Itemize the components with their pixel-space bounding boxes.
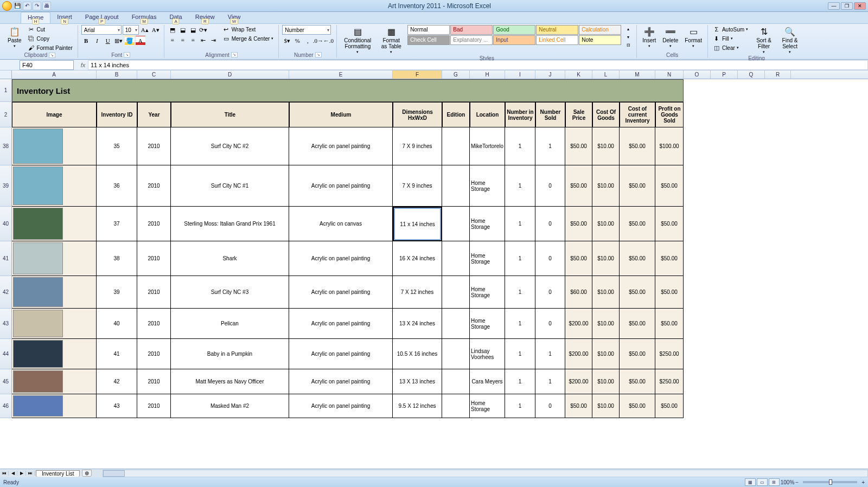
- cell[interactable]: Pelican: [171, 309, 289, 339]
- cell[interactable]: 36: [97, 165, 137, 207]
- col-header-cell[interactable]: Inventory ID: [97, 102, 137, 127]
- cell[interactable]: Acrylic on panel painting: [289, 339, 393, 369]
- col-header-cell[interactable]: Year: [137, 102, 171, 127]
- format-painter-button[interactable]: 🖌Format Painter: [26, 43, 74, 52]
- close-button[interactable]: ✕: [854, 2, 866, 10]
- cell[interactable]: Acrylic on panel painting: [289, 127, 393, 165]
- row-header[interactable]: 1: [0, 79, 12, 102]
- align-bottom-button[interactable]: ⬓: [188, 25, 198, 35]
- sheet-nav-prev[interactable]: ◀: [9, 471, 17, 476]
- cell[interactable]: [442, 394, 470, 418]
- font-color-button[interactable]: A: [136, 36, 145, 46]
- decrease-decimal-button[interactable]: ←.0: [323, 36, 333, 46]
- page-break-view-button[interactable]: ⊞: [769, 478, 780, 486]
- cell[interactable]: 11 x 14 inches: [393, 207, 442, 241]
- row-header[interactable]: 46: [0, 394, 12, 418]
- delete-cells-button[interactable]: ➖Delete▾: [660, 25, 680, 49]
- cell[interactable]: $10.00: [592, 207, 620, 241]
- cell[interactable]: Lindsay Voorhees: [470, 339, 505, 369]
- cell[interactable]: $50.00: [655, 309, 684, 339]
- undo-icon[interactable]: ↶: [23, 2, 31, 10]
- cell[interactable]: [12, 276, 97, 309]
- cell[interactable]: [12, 127, 97, 165]
- col-header-J[interactable]: J: [535, 71, 565, 79]
- col-header-cell[interactable]: Image: [12, 102, 97, 127]
- cell[interactable]: 42: [97, 369, 137, 394]
- col-header-cell[interactable]: Profit on Goods Sold: [655, 102, 684, 127]
- cell[interactable]: $10.00: [592, 276, 620, 309]
- cell[interactable]: 2010: [137, 339, 171, 369]
- col-header-O[interactable]: O: [684, 71, 711, 79]
- cell[interactable]: 40: [97, 309, 137, 339]
- cell[interactable]: $50.00: [655, 207, 684, 241]
- cell[interactable]: $50.00: [620, 127, 655, 165]
- tab-formulas[interactable]: FormulasM: [125, 12, 163, 23]
- cell[interactable]: Home Storage: [470, 276, 505, 309]
- border-button[interactable]: ⊞▾: [114, 36, 124, 46]
- cut-button[interactable]: ✂Cut: [26, 25, 74, 34]
- fx-icon[interactable]: fx: [78, 62, 88, 68]
- zoom-out-button[interactable]: −: [795, 479, 799, 485]
- cell[interactable]: $10.00: [592, 241, 620, 276]
- increase-decimal-button[interactable]: .0→: [313, 36, 323, 46]
- font-size-combo[interactable]: 10: [123, 25, 139, 35]
- cell[interactable]: $50.00: [565, 207, 592, 241]
- cell[interactable]: $50.00: [565, 241, 592, 276]
- spreadsheet-grid[interactable]: ABCDEFGHIJKLMNOPQR 1Inventory List2Image…: [0, 71, 868, 469]
- tab-review[interactable]: ReviewR: [189, 12, 221, 23]
- cell[interactable]: [442, 339, 470, 369]
- col-header-M[interactable]: M: [620, 71, 655, 79]
- cell[interactable]: 1: [505, 207, 535, 241]
- autosum-button[interactable]: ΣAutoSum▾: [711, 25, 750, 34]
- cell[interactable]: 13 X 13 inches: [393, 369, 442, 394]
- cell[interactable]: $250.00: [655, 339, 684, 369]
- cell[interactable]: [442, 369, 470, 394]
- tab-page-layout[interactable]: Page LayoutP: [79, 12, 125, 23]
- alignment-launcher[interactable]: ↘: [231, 52, 238, 57]
- cell[interactable]: Cara Meyers: [470, 369, 505, 394]
- cell[interactable]: Shark: [171, 241, 289, 276]
- format-cells-button[interactable]: ▭Format▾: [682, 25, 704, 49]
- formula-input[interactable]: 11 x 14 inches: [88, 60, 868, 70]
- cell[interactable]: Acrylic on panel painting: [289, 165, 393, 207]
- cell[interactable]: [442, 127, 470, 165]
- cell[interactable]: $10.00: [592, 127, 620, 165]
- cell[interactable]: $50.00: [655, 394, 684, 418]
- align-top-button[interactable]: ⬒: [168, 25, 177, 35]
- cell[interactable]: 43: [97, 394, 137, 418]
- zoom-thumb[interactable]: [829, 479, 832, 485]
- cell[interactable]: 0: [535, 165, 565, 207]
- format-as-table-button[interactable]: ▦Format as Table▾: [377, 25, 405, 55]
- cell[interactable]: 0: [535, 309, 565, 339]
- cell[interactable]: Acrylic on canvas: [289, 207, 393, 241]
- new-sheet-button[interactable]: ⊕: [82, 470, 92, 477]
- col-header-N[interactable]: N: [655, 71, 684, 79]
- cell[interactable]: $10.00: [592, 165, 620, 207]
- bold-button[interactable]: B: [81, 36, 91, 46]
- cell[interactable]: $60.00: [565, 276, 592, 309]
- col-header-cell[interactable]: Cost Of Goods: [592, 102, 620, 127]
- col-header-F[interactable]: F: [393, 71, 442, 79]
- cell[interactable]: Home Storage: [470, 394, 505, 418]
- cell[interactable]: 37: [97, 207, 137, 241]
- col-header-cell[interactable]: Edition: [442, 102, 470, 127]
- redo-icon[interactable]: ↷: [33, 2, 41, 10]
- cell[interactable]: [12, 339, 97, 369]
- normal-view-button[interactable]: ▦: [745, 478, 756, 486]
- styles-more-button[interactable]: ⊟: [623, 41, 633, 49]
- cell[interactable]: 1: [505, 165, 535, 207]
- row-header[interactable]: 2: [0, 102, 12, 127]
- row-header[interactable]: 42: [0, 276, 12, 309]
- cell[interactable]: 2010: [137, 276, 171, 309]
- cell[interactable]: 38: [97, 241, 137, 276]
- styles-up-button[interactable]: ▴: [623, 25, 633, 33]
- cell[interactable]: 35: [97, 127, 137, 165]
- col-header-K[interactable]: K: [565, 71, 592, 79]
- col-header-C[interactable]: C: [137, 71, 171, 79]
- cell[interactable]: 1: [505, 309, 535, 339]
- align-right-button[interactable]: ≡: [188, 35, 198, 45]
- row-header[interactable]: 38: [0, 127, 12, 165]
- col-header-cell[interactable]: Cost of current Inventory: [620, 102, 655, 127]
- save-icon[interactable]: 💾: [13, 2, 22, 10]
- cell[interactable]: $50.00: [620, 207, 655, 241]
